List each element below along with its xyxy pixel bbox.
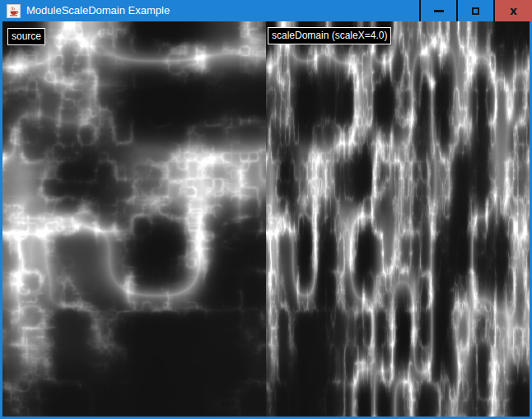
- scaledomain-noise-canvas: [266, 21, 530, 417]
- panel-scaledomain: scaleDomain (scaleX=4.0): [266, 21, 530, 417]
- panel-source: source: [2, 21, 266, 417]
- panel-label-source: source: [7, 28, 45, 45]
- minimize-icon: [434, 10, 444, 12]
- java-coffee-cup-icon: [7, 4, 21, 18]
- app-window: ModuleScaleDomain Example x source scale…: [0, 0, 532, 419]
- minimize-button[interactable]: [419, 0, 456, 21]
- source-noise-canvas: [2, 21, 266, 417]
- maximize-icon: [472, 7, 479, 15]
- close-icon: x: [510, 5, 517, 16]
- panel-label-scaledomain: scaleDomain (scaleX=4.0): [268, 27, 391, 44]
- window-title: ModuleScaleDomain Example: [26, 0, 170, 21]
- render-area: source scaleDomain (scaleX=4.0): [2, 21, 530, 417]
- titlebar[interactable]: ModuleScaleDomain Example x: [0, 0, 532, 21]
- window-controls: x: [419, 0, 532, 21]
- maximize-button[interactable]: [456, 0, 493, 21]
- close-button[interactable]: x: [493, 0, 532, 21]
